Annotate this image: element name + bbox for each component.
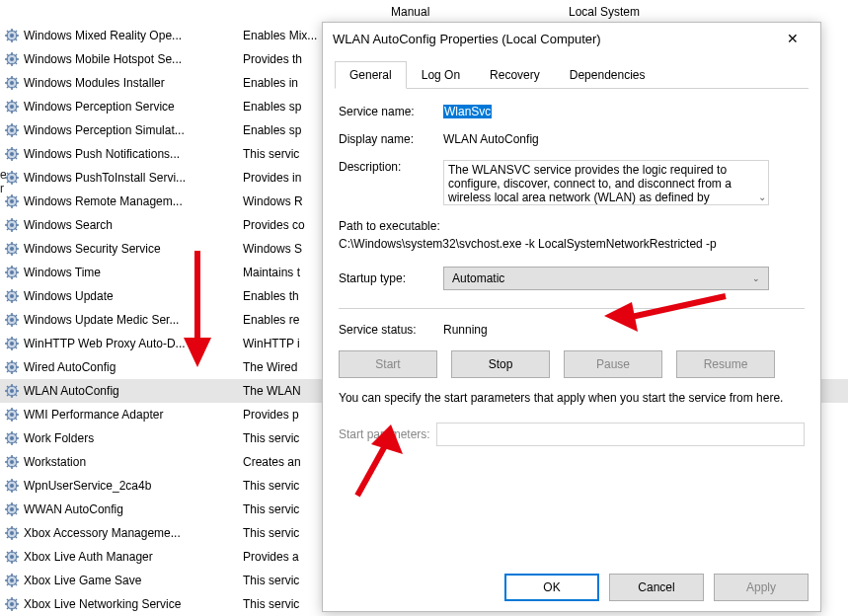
- svg-line-49: [15, 125, 17, 127]
- svg-line-67: [15, 181, 17, 183]
- svg-line-37: [15, 110, 17, 112]
- gear-icon: [4, 241, 20, 257]
- svg-line-17: [15, 62, 17, 64]
- service-name: Windows Push Notifications...: [24, 147, 180, 161]
- service-name: Workstation: [24, 455, 86, 469]
- svg-line-116: [7, 291, 9, 293]
- svg-line-16: [7, 54, 9, 56]
- gear-icon: [4, 596, 20, 612]
- svg-line-6: [7, 31, 9, 33]
- svg-point-1: [10, 34, 14, 38]
- svg-line-99: [15, 244, 17, 246]
- svg-point-221: [10, 555, 14, 559]
- properties-dialog: WLAN AutoConfig Properties (Local Comput…: [322, 22, 821, 612]
- svg-line-139: [15, 339, 17, 341]
- svg-point-11: [10, 57, 14, 61]
- dialog-titlebar[interactable]: WLAN AutoConfig Properties (Local Comput…: [323, 23, 820, 54]
- service-name: Windows Mixed Reality Ope...: [24, 29, 182, 42]
- startup-type-dropdown[interactable]: Automatic ⌄: [443, 267, 769, 290]
- svg-line-68: [7, 181, 9, 183]
- svg-point-41: [10, 128, 14, 132]
- svg-line-86: [7, 220, 9, 222]
- svg-line-246: [7, 599, 9, 601]
- tab-dependencies[interactable]: Dependencies: [555, 61, 660, 89]
- gear-icon: [4, 407, 20, 423]
- svg-line-109: [15, 268, 17, 270]
- service-name: Windows Perception Service: [24, 100, 175, 114]
- svg-line-177: [15, 441, 17, 443]
- svg-point-231: [10, 578, 14, 582]
- svg-point-61: [10, 176, 14, 180]
- gear-icon: [4, 501, 20, 517]
- tab-general[interactable]: General: [335, 61, 407, 89]
- svg-line-8: [7, 38, 9, 40]
- stop-button[interactable]: Stop: [451, 350, 550, 378]
- start-parameters-hint: You can specify the start parameters tha…: [335, 390, 809, 407]
- pause-button: Pause: [564, 350, 662, 378]
- svg-line-186: [7, 457, 9, 459]
- gear-icon: [4, 170, 20, 186]
- svg-line-169: [15, 410, 17, 412]
- svg-point-241: [10, 602, 14, 606]
- close-icon[interactable]: ✕: [775, 23, 810, 54]
- svg-point-91: [10, 247, 14, 251]
- svg-line-128: [7, 323, 9, 325]
- col-logon: Local System: [563, 5, 711, 19]
- service-name: Windows Mobile Hotspot Se...: [24, 52, 182, 66]
- svg-line-58: [7, 157, 9, 159]
- resume-button: Resume: [676, 350, 775, 378]
- gear-icon: [4, 478, 20, 494]
- svg-line-137: [15, 346, 17, 348]
- svg-point-131: [10, 342, 14, 346]
- cancel-button[interactable]: Cancel: [609, 574, 704, 601]
- value-service-name[interactable]: WlanSvc: [443, 105, 492, 118]
- svg-line-77: [15, 204, 17, 206]
- svg-line-107: [15, 275, 17, 277]
- table-header-row: Manual Local System: [0, 0, 848, 24]
- gear-icon: [4, 573, 20, 588]
- service-name: Wired AutoConfig: [24, 360, 116, 374]
- svg-line-118: [7, 299, 9, 301]
- start-parameters-input: [436, 423, 805, 446]
- svg-line-26: [7, 78, 9, 80]
- svg-line-147: [15, 370, 17, 372]
- gear-icon: [4, 217, 20, 233]
- service-name: Xbox Live Game Save: [24, 574, 141, 587]
- svg-line-138: [7, 346, 9, 348]
- svg-line-96: [7, 244, 9, 246]
- svg-line-208: [7, 512, 9, 514]
- svg-point-121: [10, 318, 14, 322]
- description-box[interactable]: The WLANSVC service provides the logic r…: [443, 160, 769, 205]
- service-name: WpnUserService_2ca4b: [24, 479, 151, 493]
- svg-line-189: [15, 457, 17, 459]
- label-service-name: Service name:: [339, 105, 443, 118]
- svg-line-57: [15, 157, 17, 159]
- service-name: WWAN AutoConfig: [24, 502, 123, 516]
- service-name: Windows Update: [24, 289, 114, 303]
- svg-line-167: [15, 418, 17, 420]
- svg-point-201: [10, 507, 14, 511]
- svg-line-196: [7, 481, 9, 483]
- gear-icon: [4, 525, 20, 541]
- scroll-down-icon[interactable]: ⌄: [758, 192, 766, 202]
- gear-icon: [4, 430, 20, 446]
- svg-line-157: [15, 394, 17, 396]
- svg-line-248: [7, 607, 9, 609]
- svg-line-106: [7, 268, 9, 270]
- svg-line-39: [15, 102, 17, 104]
- svg-line-178: [7, 441, 9, 443]
- chevron-down-icon: ⌄: [752, 273, 760, 283]
- tab-logon[interactable]: Log On: [407, 61, 475, 89]
- svg-line-197: [15, 489, 17, 491]
- value-display-name: WLAN AutoConfig: [443, 132, 805, 146]
- svg-line-7: [15, 38, 17, 40]
- svg-line-19: [15, 54, 17, 56]
- svg-line-126: [7, 315, 9, 317]
- service-name: Work Folders: [24, 431, 94, 445]
- tab-recovery[interactable]: Recovery: [475, 61, 555, 89]
- svg-line-187: [15, 465, 17, 467]
- ok-button[interactable]: OK: [504, 574, 599, 601]
- svg-point-151: [10, 389, 14, 393]
- tab-strip: General Log On Recovery Dependencies: [335, 60, 809, 89]
- gear-icon: [4, 28, 20, 43]
